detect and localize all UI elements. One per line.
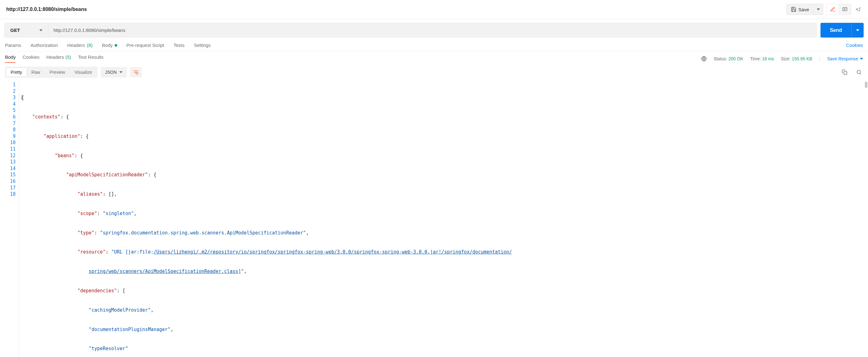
comment-button[interactable] xyxy=(839,4,851,15)
svg-rect-0 xyxy=(843,7,847,11)
resp-tab-cookies[interactable]: Cookies xyxy=(23,54,39,63)
tab-body[interactable]: Body xyxy=(102,42,117,48)
save-response-button[interactable]: Save Response xyxy=(827,56,863,61)
tab-params[interactable]: Params xyxy=(5,42,21,48)
resp-tab-headers-count: (5) xyxy=(65,54,71,60)
status-value: 200 OK xyxy=(728,56,743,61)
request-title: http://127.0.0.1:8080/simple/beans xyxy=(6,6,87,12)
http-method-select[interactable]: GET xyxy=(5,23,49,37)
tab-headers-count: (8) xyxy=(87,42,92,48)
view-preview-button[interactable]: Preview xyxy=(45,67,70,77)
wrap-lines-button[interactable] xyxy=(130,67,142,77)
chevron-down-icon xyxy=(39,29,42,31)
save-button[interactable]: Save xyxy=(786,4,814,15)
status-label: Status: 200 OK xyxy=(714,56,743,61)
tab-authorization[interactable]: Authorization xyxy=(31,42,58,48)
time-label: Time: 18 ms xyxy=(750,56,774,61)
size-value: 155.95 KB xyxy=(792,56,812,61)
body-indicator-dot xyxy=(115,44,117,47)
pencil-icon xyxy=(830,6,836,12)
side-pane-toggle[interactable]: </ xyxy=(854,4,862,15)
tab-settings[interactable]: Settings xyxy=(194,42,211,48)
resp-tab-headers[interactable]: Headers (5) xyxy=(46,54,71,63)
svg-line-8 xyxy=(860,73,861,74)
code-content: { "contexts": { "application": { "beans"… xyxy=(19,82,868,357)
globe-icon[interactable] xyxy=(701,56,707,62)
svg-point-7 xyxy=(857,70,861,74)
time-value: 18 ms xyxy=(762,56,774,61)
send-button[interactable]: Send xyxy=(820,23,851,37)
send-dropdown-button[interactable] xyxy=(851,23,864,37)
search-button[interactable] xyxy=(855,68,863,76)
cookies-link[interactable]: Cookies xyxy=(846,42,863,48)
comment-icon xyxy=(842,6,848,12)
chevron-down-icon xyxy=(119,71,122,73)
chevron-down-icon xyxy=(856,29,859,31)
wrap-icon xyxy=(133,70,139,75)
chevron-down-icon xyxy=(817,8,820,10)
edit-button[interactable] xyxy=(827,4,839,15)
save-icon xyxy=(791,6,797,12)
resp-tab-test-results[interactable]: Test Results xyxy=(78,54,104,63)
response-body[interactable]: 123456789101112131415161718 { "contexts"… xyxy=(0,80,868,357)
scrollbar-thumb[interactable] xyxy=(865,82,867,88)
line-gutter: 123456789101112131415161718 xyxy=(0,82,19,357)
tab-headers[interactable]: Headers (8) xyxy=(67,42,92,48)
url-input[interactable] xyxy=(49,23,816,37)
save-dropdown-button[interactable] xyxy=(814,4,823,15)
size-label: Size: 155.95 KB xyxy=(781,56,812,61)
view-raw-button[interactable]: Raw xyxy=(27,67,45,77)
save-button-label: Save xyxy=(798,7,809,12)
tab-body-label: Body xyxy=(102,42,113,48)
format-select[interactable]: JSON xyxy=(101,67,127,78)
tab-pre-request-script[interactable]: Pre-request Script xyxy=(127,42,164,48)
chevron-down-icon xyxy=(860,58,863,60)
save-response-label: Save Response xyxy=(827,56,858,61)
format-value: JSON xyxy=(105,70,117,75)
view-pretty-button[interactable]: Pretty xyxy=(6,67,27,77)
tab-headers-label: Headers xyxy=(67,42,85,48)
tab-tests[interactable]: Tests xyxy=(174,42,184,48)
resp-tab-headers-label: Headers xyxy=(46,54,64,60)
copy-button[interactable] xyxy=(840,68,849,76)
svg-rect-6 xyxy=(844,71,847,75)
http-method-value: GET xyxy=(10,28,20,33)
view-visualize-button[interactable]: Visualize xyxy=(70,67,97,77)
resp-tab-body[interactable]: Body xyxy=(5,54,16,63)
